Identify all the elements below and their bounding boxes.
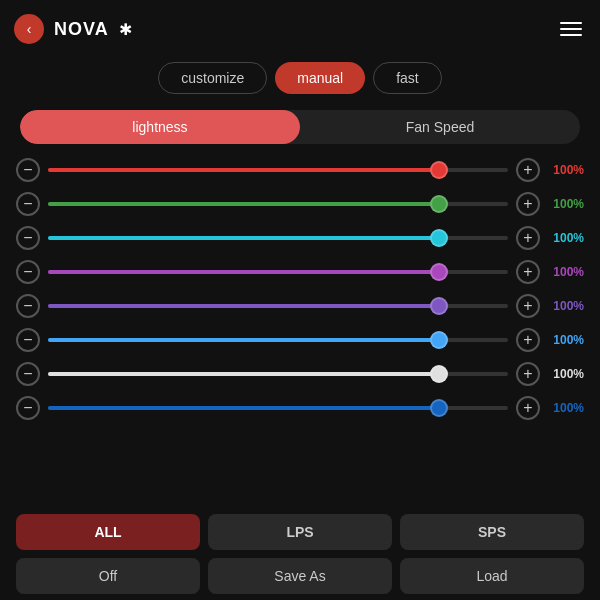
action-btn-load[interactable]: Load	[400, 558, 584, 594]
slider-track-container-7[interactable]	[48, 396, 508, 420]
plus-button-0[interactable]: +	[516, 158, 540, 182]
slider-fill-3	[48, 270, 439, 274]
plus-button-5[interactable]: +	[516, 328, 540, 352]
header-left: ‹ NOVA ✱	[14, 14, 132, 44]
sub-tab-fan-speed[interactable]: Fan Speed	[300, 110, 580, 144]
slider-track-5	[48, 338, 508, 342]
slider-track-4	[48, 304, 508, 308]
minus-button-5[interactable]: −	[16, 328, 40, 352]
plus-button-1[interactable]: +	[516, 192, 540, 216]
back-icon: ‹	[27, 21, 32, 37]
slider-row-0: −+100%	[16, 158, 584, 182]
slider-percent-4: 100%	[548, 299, 584, 313]
slider-percent-0: 100%	[548, 163, 584, 177]
slider-percent-2: 100%	[548, 231, 584, 245]
slider-track-container-1[interactable]	[48, 192, 508, 216]
slider-row-7: −+100%	[16, 396, 584, 420]
slider-thumb-0[interactable]	[430, 161, 448, 179]
slider-track-1	[48, 202, 508, 206]
slider-track-7	[48, 406, 508, 410]
slider-track-6	[48, 372, 508, 376]
slider-percent-7: 100%	[548, 401, 584, 415]
slider-thumb-4[interactable]	[430, 297, 448, 315]
slider-percent-1: 100%	[548, 197, 584, 211]
slider-track-container-4[interactable]	[48, 294, 508, 318]
mode-tabs: customizemanualfast	[0, 54, 600, 104]
preset-btn-lps[interactable]: LPS	[208, 514, 392, 550]
minus-button-7[interactable]: −	[16, 396, 40, 420]
menu-line-3	[560, 34, 582, 36]
action-row: OffSave AsLoad	[16, 558, 584, 594]
slider-row-4: −+100%	[16, 294, 584, 318]
mode-tab-customize[interactable]: customize	[158, 62, 267, 94]
slider-track-container-0[interactable]	[48, 158, 508, 182]
preset-row: ALLLPSSPS	[16, 514, 584, 550]
plus-button-3[interactable]: +	[516, 260, 540, 284]
slider-thumb-7[interactable]	[430, 399, 448, 417]
slider-percent-3: 100%	[548, 265, 584, 279]
mode-tab-fast[interactable]: fast	[373, 62, 442, 94]
app-container: ‹ NOVA ✱ customizemanualfast lightnessFa…	[0, 0, 600, 600]
slider-fill-6	[48, 372, 439, 376]
plus-button-4[interactable]: +	[516, 294, 540, 318]
minus-button-4[interactable]: −	[16, 294, 40, 318]
minus-button-2[interactable]: −	[16, 226, 40, 250]
slider-track-3	[48, 270, 508, 274]
app-title: NOVA	[54, 19, 109, 40]
slider-fill-7	[48, 406, 439, 410]
back-button[interactable]: ‹	[14, 14, 44, 44]
mode-tab-manual[interactable]: manual	[275, 62, 365, 94]
action-btn-off[interactable]: Off	[16, 558, 200, 594]
slider-fill-2	[48, 236, 439, 240]
slider-thumb-3[interactable]	[430, 263, 448, 281]
bottom-section: ALLLPSSPS OffSave AsLoad	[0, 506, 600, 600]
header: ‹ NOVA ✱	[0, 0, 600, 54]
slider-row-2: −+100%	[16, 226, 584, 250]
plus-button-6[interactable]: +	[516, 362, 540, 386]
slider-fill-0	[48, 168, 439, 172]
action-btn-save-as[interactable]: Save As	[208, 558, 392, 594]
menu-line-1	[560, 22, 582, 24]
slider-track-container-6[interactable]	[48, 362, 508, 386]
plus-button-2[interactable]: +	[516, 226, 540, 250]
sub-tabs: lightnessFan Speed	[20, 110, 580, 144]
menu-button[interactable]	[560, 22, 582, 36]
slider-row-5: −+100%	[16, 328, 584, 352]
minus-button-3[interactable]: −	[16, 260, 40, 284]
preset-btn-sps[interactable]: SPS	[400, 514, 584, 550]
slider-fill-5	[48, 338, 439, 342]
bluetooth-icon: ✱	[119, 20, 132, 39]
slider-fill-4	[48, 304, 439, 308]
slider-row-3: −+100%	[16, 260, 584, 284]
slider-percent-5: 100%	[548, 333, 584, 347]
menu-line-2	[560, 28, 582, 30]
slider-thumb-1[interactable]	[430, 195, 448, 213]
slider-track-container-3[interactable]	[48, 260, 508, 284]
slider-percent-6: 100%	[548, 367, 584, 381]
slider-track-2	[48, 236, 508, 240]
slider-track-container-2[interactable]	[48, 226, 508, 250]
slider-thumb-2[interactable]	[430, 229, 448, 247]
slider-row-1: −+100%	[16, 192, 584, 216]
slider-row-6: −+100%	[16, 362, 584, 386]
sliders-section: −+100%−+100%−+100%−+100%−+100%−+100%−+10…	[0, 154, 600, 506]
minus-button-1[interactable]: −	[16, 192, 40, 216]
preset-btn-all[interactable]: ALL	[16, 514, 200, 550]
minus-button-0[interactable]: −	[16, 158, 40, 182]
slider-track-0	[48, 168, 508, 172]
slider-thumb-5[interactable]	[430, 331, 448, 349]
slider-fill-1	[48, 202, 439, 206]
slider-track-container-5[interactable]	[48, 328, 508, 352]
plus-button-7[interactable]: +	[516, 396, 540, 420]
minus-button-6[interactable]: −	[16, 362, 40, 386]
slider-thumb-6[interactable]	[430, 365, 448, 383]
sub-tab-lightness[interactable]: lightness	[20, 110, 300, 144]
